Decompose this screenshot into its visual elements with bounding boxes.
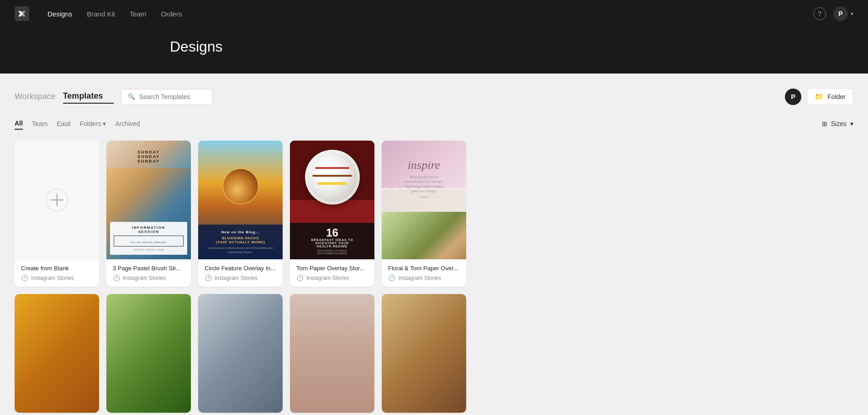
sizes-chevron-icon: ▾ xyxy=(850,120,853,127)
filter-easil[interactable]: Easil xyxy=(57,118,70,129)
card-info-blank: Create from Blank 🕐 Instagram Stories xyxy=(15,259,99,287)
user-avatar: P xyxy=(833,6,848,21)
logo[interactable] xyxy=(15,6,29,21)
user-menu[interactable]: P ▾ xyxy=(833,6,853,21)
nav-links: Designs Brand Kit Team Orders xyxy=(47,10,182,18)
filter-row: All Team Easil Folders ▾ Archived ⊞ Size… xyxy=(15,118,853,130)
card-info-torn: Torn Paper Overlay Stor... 🕐 Instagram S… xyxy=(290,259,374,287)
card-category-text-circle: Instagram Stories xyxy=(215,275,258,281)
card-category-text-sunday: Instagram Stories xyxy=(123,275,166,281)
card-image-torn: 16 BREAKFAST IDEAS TO KICKSTART YOUR HEA… xyxy=(290,141,374,259)
card-image-floral: inspire Bring deeply loved bysomeone giv… xyxy=(382,141,466,259)
card-title-blank: Create from Blank xyxy=(21,265,93,272)
sizes-icon: ⊞ xyxy=(822,120,827,127)
filter-left: All Team Easil Folders ▾ Archived xyxy=(15,118,140,130)
card-r2-1[interactable] xyxy=(15,294,99,413)
folders-chevron-icon: ▾ xyxy=(103,120,106,127)
card-image-circle: New on the Blog... BLOGGING HACKS(THAT A… xyxy=(198,141,283,259)
card-category-text-floral: Instagram Stories xyxy=(398,275,441,281)
filter-folders[interactable]: Folders ▾ xyxy=(79,120,106,127)
card-category-circle: 🕐 Instagram Stories xyxy=(205,274,276,281)
card-torn[interactable]: 16 BREAKFAST IDEAS TO KICKSTART YOUR HEA… xyxy=(290,141,374,287)
search-input[interactable] xyxy=(139,93,203,100)
card-info-floral: Floral & Torn Paper Over... 🕐 Instagram … xyxy=(382,259,466,287)
card-category-text-blank: Instagram Stories xyxy=(31,275,74,281)
card-title-floral: Floral & Torn Paper Over... xyxy=(388,265,460,272)
folders-label: Folders xyxy=(79,120,101,127)
cards-grid: Create from Blank 🕐 Instagram Stories SU… xyxy=(15,141,853,287)
nav-team[interactable]: Team xyxy=(130,10,147,18)
card-title-sunday: 3 Page Pastel Brush Str... xyxy=(113,265,184,272)
card-image-r2-3 xyxy=(198,294,283,413)
card-floral[interactable]: inspire Bring deeply loved bysomeone giv… xyxy=(382,141,466,287)
card-category-torn: 🕐 Instagram Stories xyxy=(296,274,368,281)
nav-designs[interactable]: Designs xyxy=(47,10,72,18)
card-image-r2-5 xyxy=(382,294,466,413)
toolbar-avatar: P xyxy=(785,89,801,105)
card-category-sunday: 🕐 Instagram Stories xyxy=(113,274,184,281)
header-banner: Designs xyxy=(0,27,868,74)
card-r2-2[interactable] xyxy=(106,294,191,413)
folder-label: Folder xyxy=(827,93,846,100)
filter-archived[interactable]: Archived xyxy=(115,118,140,129)
card-circle[interactable]: New on the Blog... BLOGGING HACKS(THAT A… xyxy=(198,141,283,287)
card-r2-4[interactable] xyxy=(290,294,374,413)
card-title-torn: Torn Paper Overlay Stor... xyxy=(296,265,368,272)
card-image-sunday: SUNDAYSUNDAYSUNDAY INFORMATION SESSION C… xyxy=(106,141,191,259)
card-category-blank: 🕐 Instagram Stories xyxy=(21,274,93,281)
card-info-sunday: 3 Page Pastel Brush Str... 🕐 Instagram S… xyxy=(106,259,191,287)
card-r2-3[interactable] xyxy=(198,294,283,413)
tab-templates[interactable]: Templates xyxy=(63,89,114,104)
clock-icon-2: 🕐 xyxy=(113,274,120,281)
sizes-button[interactable]: ⊞ Sizes ▾ xyxy=(822,120,853,127)
help-button[interactable]: ? xyxy=(813,7,826,20)
clock-icon-3: 🕐 xyxy=(205,274,212,281)
card-category-floral: 🕐 Instagram Stories xyxy=(388,274,460,281)
card-title-circle: Circle Feature Overlay In... xyxy=(205,265,276,272)
card-image-r2-4 xyxy=(290,294,374,413)
filter-all[interactable]: All xyxy=(15,118,23,130)
folder-icon: 📁 xyxy=(815,92,824,101)
top-nav: Designs Brand Kit Team Orders ? P ▾ xyxy=(0,0,868,27)
folder-button[interactable]: 📁 Folder xyxy=(807,88,853,105)
page-title: Designs xyxy=(15,38,853,55)
clock-icon-5: 🕐 xyxy=(388,274,395,281)
nav-orders[interactable]: Orders xyxy=(161,10,182,18)
nav-brand-kit[interactable]: Brand Kit xyxy=(87,10,115,18)
filter-team[interactable]: Team xyxy=(32,118,47,129)
main-content: Workspace Templates 🔍 P 📁 Folder All Tea… xyxy=(0,74,868,415)
clock-icon-4: 🕐 xyxy=(296,274,304,281)
nav-left: Designs Brand Kit Team Orders xyxy=(15,6,182,21)
tabs-row: Workspace Templates 🔍 P 📁 Folder xyxy=(15,88,853,105)
search-box: 🔍 xyxy=(121,89,212,105)
nav-right: ? P ▾ xyxy=(813,6,853,21)
sizes-label: Sizes xyxy=(831,120,847,127)
card-category-text-torn: Instagram Stories xyxy=(306,275,349,281)
card-image-r2-1 xyxy=(15,294,99,413)
card-create-blank[interactable]: Create from Blank 🕐 Instagram Stories xyxy=(15,141,99,287)
card-r2-5[interactable] xyxy=(382,294,466,413)
search-icon: 🔍 xyxy=(128,93,135,100)
card-sunday[interactable]: SUNDAYSUNDAYSUNDAY INFORMATION SESSION C… xyxy=(106,141,191,287)
chevron-down-icon: ▾ xyxy=(851,11,853,17)
card-info-circle: Circle Feature Overlay In... 🕐 Instagram… xyxy=(198,259,283,287)
cards-grid-row2 xyxy=(15,294,853,413)
card-image-blank xyxy=(15,141,99,259)
clock-icon: 🕐 xyxy=(21,274,28,281)
tab-workspace[interactable]: Workspace xyxy=(15,90,63,103)
card-image-r2-2 xyxy=(106,294,191,413)
